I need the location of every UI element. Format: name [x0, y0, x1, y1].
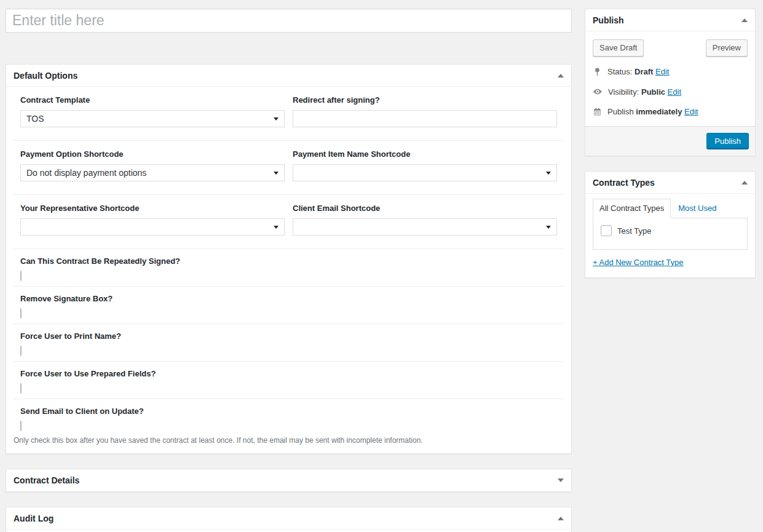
dropdown-arrow-icon — [274, 117, 279, 121]
field-label: Remove Signature Box? — [20, 294, 557, 303]
remove-signature-box-row: Remove Signature Box? — [13, 287, 564, 324]
default-options-metabox: Default Options Contract Template TOS Re… — [6, 64, 572, 454]
save-draft-button[interactable]: Save Draft — [593, 39, 644, 57]
redirect-after-signing-field: Redirect after signing? — [293, 95, 557, 127]
redirect-after-signing-input[interactable] — [293, 110, 557, 127]
contract-details-header[interactable]: Contract Details — [6, 469, 571, 491]
contract-template-field: Contract Template TOS — [20, 95, 285, 127]
send-email-on-update-row: Send Email to Client on Update? — [13, 399, 564, 431]
contract-types-metabox: Contract Types All Contract Types Most U… — [585, 171, 756, 278]
audit-log-body — [6, 530, 571, 532]
pin-icon — [593, 67, 602, 76]
field-label: Redirect after signing? — [293, 95, 557, 105]
field-label: Payment Item Name Shortcode — [293, 149, 557, 159]
force-print-name-row: Force User to Print Name? — [13, 324, 564, 362]
expand-toggle-icon[interactable] — [558, 478, 564, 482]
edit-schedule-link[interactable]: Edit — [684, 107, 698, 116]
repeatedly-signed-checkbox[interactable] — [20, 271, 22, 281]
contract-types-list-panel: Test Type — [593, 218, 748, 250]
dropdown-arrow-icon — [546, 226, 551, 229]
field-label: Client Email Shortcode — [293, 204, 557, 213]
tab-all-contract-types[interactable]: All Contract Types — [593, 199, 671, 218]
field-row: Your Representative Shortcode Client Ema… — [13, 195, 564, 249]
field-label: Your Representative Shortcode — [20, 204, 285, 213]
field-label: Force User to Print Name? — [20, 332, 557, 341]
force-print-name-checkbox[interactable] — [20, 346, 22, 356]
field-row: Contract Template TOS Redirect after sig… — [13, 87, 564, 141]
contract-type-label: Test Type — [617, 226, 651, 236]
select-value: TOS — [26, 114, 44, 124]
status-row: Status: Draft Edit — [585, 62, 755, 82]
add-new-contract-type-link[interactable]: + Add New Contract Type — [593, 258, 684, 267]
contract-template-select[interactable]: TOS — [20, 110, 285, 127]
schedule-row: Publish immediately Edit — [585, 102, 755, 122]
publish-button[interactable]: Publish — [706, 133, 749, 149]
test-type-checkbox[interactable] — [601, 225, 612, 236]
preview-button[interactable]: Preview — [706, 39, 748, 57]
metabox-title: Contract Details — [14, 476, 79, 485]
default-options-body: Contract Template TOS Redirect after sig… — [6, 87, 571, 453]
field-label: Payment Option Shortcode — [20, 149, 285, 159]
force-prepared-fields-row: Force User to Use Prepared Fields? — [13, 362, 564, 399]
collapse-toggle-icon[interactable] — [558, 517, 564, 520]
publish-metabox: Publish Save Draft Preview Status: Draft… — [585, 9, 756, 156]
contract-details-metabox: Contract Details — [6, 469, 572, 492]
client-email-shortcode-field: Client Email Shortcode — [293, 204, 557, 236]
audit-log-metabox: Audit Log — [6, 507, 572, 532]
field-label: Send Email to Client on Update? — [20, 407, 557, 416]
field-row: Payment Option Shortcode Do not display … — [13, 141, 564, 195]
edit-visibility-link[interactable]: Edit — [668, 87, 681, 97]
payment-option-shortcode-select[interactable]: Do not display payment options — [20, 164, 285, 181]
tab-most-used[interactable]: Most Used — [671, 199, 724, 218]
remove-signature-box-checkbox[interactable] — [20, 308, 22, 319]
force-prepared-fields-checkbox[interactable] — [20, 383, 22, 394]
field-label: Contract Template — [20, 95, 285, 105]
minor-publishing-actions: Save Draft Preview — [585, 31, 755, 62]
metabox-title: Audit Log — [14, 514, 53, 523]
post-title-input[interactable] — [6, 9, 572, 33]
client-email-shortcode-select[interactable] — [293, 218, 557, 236]
payment-item-name-shortcode-select[interactable] — [293, 164, 557, 181]
collapse-toggle-icon[interactable] — [741, 181, 748, 185]
publish-header[interactable]: Publish — [585, 9, 755, 31]
send-email-help-text: Only check this box after you have saved… — [13, 431, 564, 453]
visibility-row: Visibility: Public Edit — [585, 82, 755, 102]
payment-option-shortcode-field: Payment Option Shortcode Do not display … — [20, 149, 285, 181]
contract-types-body: All Contract Types Most Used Test Type +… — [585, 199, 755, 277]
audit-log-header[interactable]: Audit Log — [6, 507, 571, 530]
default-options-header[interactable]: Default Options — [6, 65, 571, 87]
sidebar-column: Publish Save Draft Preview Status: Draft… — [585, 9, 756, 278]
edit-contract-page: Default Options Contract Template TOS Re… — [0, 0, 763, 532]
calendar-icon — [593, 107, 602, 116]
edit-status-link[interactable]: Edit — [655, 67, 669, 76]
status-text: Status: Draft Edit — [607, 67, 669, 76]
contract-types-tabs: All Contract Types Most Used — [593, 199, 748, 218]
field-label: Can This Contract Be Repeatedly Signed? — [20, 256, 557, 266]
your-representative-shortcode-select[interactable] — [20, 218, 285, 236]
metabox-title: Publish — [593, 16, 624, 25]
visibility-text: Visibility: Public Edit — [608, 87, 681, 97]
schedule-text: Publish immediately Edit — [607, 107, 698, 116]
main-column: Default Options Contract Template TOS Re… — [6, 9, 572, 532]
metabox-title: Default Options — [14, 71, 77, 80]
dropdown-arrow-icon — [274, 226, 279, 229]
metabox-title: Contract Types — [593, 178, 655, 187]
major-publishing-actions: Publish — [585, 126, 755, 156]
eye-icon — [593, 87, 603, 97]
dropdown-arrow-icon — [274, 172, 279, 175]
collapse-toggle-icon[interactable] — [558, 74, 564, 77]
collapse-toggle-icon[interactable] — [741, 18, 748, 22]
field-label: Force User to Use Prepared Fields? — [20, 369, 557, 378]
payment-item-name-shortcode-field: Payment Item Name Shortcode — [293, 149, 557, 181]
contract-type-item: Test Type — [601, 225, 747, 236]
dropdown-arrow-icon — [546, 172, 551, 175]
repeatedly-signed-row: Can This Contract Be Repeatedly Signed? — [13, 249, 564, 287]
send-email-on-update-checkbox[interactable] — [20, 421, 22, 431]
your-representative-shortcode-field: Your Representative Shortcode — [20, 204, 285, 236]
select-value: Do not display payment options — [26, 168, 146, 178]
contract-types-header[interactable]: Contract Types — [585, 172, 755, 194]
